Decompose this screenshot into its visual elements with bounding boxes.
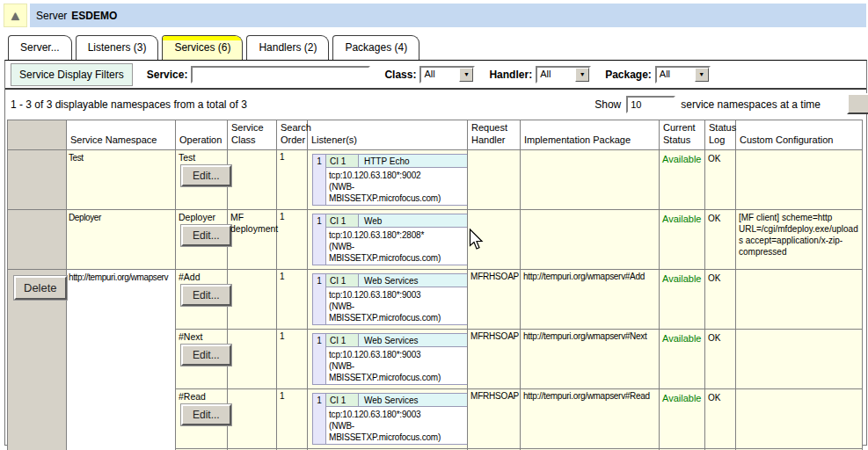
- tab-packages-label: Packages (4): [345, 41, 407, 54]
- status-badge: Available: [660, 149, 705, 209]
- cell-listeners: 1 CI 1 Web Services tcp:10.120.63.180*:9…: [308, 329, 468, 388]
- listener-number: 1: [313, 155, 326, 205]
- listener-class: CI 1: [326, 274, 359, 287]
- tab-handlers[interactable]: Handlers (2): [246, 35, 329, 60]
- tab-listeners[interactable]: Listeners (3): [76, 35, 159, 60]
- listener-box[interactable]: 1 CI 1 Web Services tcp:10.120.63.180*:9…: [312, 273, 468, 325]
- edit-button[interactable]: Edit...: [181, 285, 231, 306]
- cell-operation: #Next Edit...: [176, 329, 228, 388]
- colon: :: [529, 69, 532, 81]
- handler-filter-value: All: [537, 68, 575, 82]
- cell-request-handler: MFRHSOAP: [468, 329, 521, 388]
- server-name: ESDEMO: [71, 10, 117, 22]
- package-filter-select[interactable]: All ▼: [655, 66, 711, 83]
- header-custom-configuration: Custom Configuration: [736, 120, 863, 150]
- cell-status-log[interactable]: OK: [705, 329, 736, 388]
- show-count-input[interactable]: [626, 96, 675, 113]
- cell-custom-configuration: [736, 388, 863, 448]
- cell-status-log[interactable]: OK: [705, 269, 736, 329]
- cell-request-handler: MFRHSOAP: [468, 269, 521, 329]
- header-request-handler: Request Handler: [468, 120, 521, 150]
- listener-address: tcp:10.120.63.180*:9003: [329, 409, 464, 420]
- edit-button[interactable]: Edit...: [181, 165, 231, 186]
- edit-button[interactable]: Edit...: [181, 345, 231, 366]
- cell-implementation-package: http://tempuri.org/wmapserv#Read: [521, 388, 660, 448]
- service-filter-input[interactable]: [191, 66, 370, 83]
- cell-search-order: 1: [277, 329, 308, 388]
- tab-packages[interactable]: Packages (4): [332, 35, 419, 60]
- table-header-row: Service Namespace Operation Service Clas…: [8, 120, 863, 150]
- colon: :: [648, 69, 652, 81]
- listener-address: tcp:10.120.63.180*:9003: [329, 349, 464, 360]
- listener-number: 1: [313, 334, 326, 384]
- listener-class: CI 1: [326, 334, 359, 346]
- listener-box[interactable]: 1 CI 1 Web tcp:10.120.63.180*:2808* (NWB…: [312, 214, 468, 265]
- cell-custom-configuration: [MF client] scheme=http URL=/cgi/mfdeplo…: [736, 209, 863, 269]
- listener-number: 1: [313, 394, 326, 444]
- tab-services-label: Services (6): [174, 41, 230, 54]
- service-filter-label-text: Service: [147, 69, 185, 81]
- server-title: Server ESDEMO: [30, 4, 866, 27]
- listener-host: (NWB-MBISSETXP.microfocus.com): [329, 301, 464, 323]
- tab-handlers-label: Handlers (2): [259, 41, 317, 54]
- listener-class: CI 1: [326, 214, 359, 227]
- cell-implementation-package: http://tempuri.org/wmapserv#Add: [521, 269, 660, 329]
- tab-services[interactable]: Services (6): [162, 35, 243, 60]
- tab-server-label: Server...: [20, 41, 60, 54]
- header-status-log: Status Log: [705, 120, 736, 150]
- collapse-toggle[interactable]: ▲: [4, 4, 27, 27]
- next-page-button[interactable]: [847, 93, 868, 114]
- collapse-triangle-icon: ▲: [9, 9, 22, 22]
- edit-button[interactable]: Edit...: [181, 225, 231, 246]
- listener-box[interactable]: 1 CI 1 Web Services tcp:10.120.63.180*:9…: [312, 393, 468, 445]
- listener-address: tcp:10.120.63.180*:9003: [329, 289, 464, 301]
- operation-name: #Next: [179, 331, 224, 342]
- cell-operation: #Add Edit...: [176, 269, 228, 329]
- mouse-cursor-icon: [469, 229, 485, 251]
- status-badge: Available: [660, 388, 705, 448]
- cell-status-log[interactable]: OK: [705, 149, 736, 209]
- cell-status-log[interactable]: OK: [705, 209, 736, 269]
- cell-namespace: Deployer: [67, 209, 176, 269]
- cell-status-log[interactable]: OK: [705, 388, 736, 448]
- cell-search-order: 1: [277, 209, 308, 269]
- cell-custom-configuration: [736, 149, 863, 209]
- cell-namespace: http://tempuri.org/wmapserv: [67, 269, 176, 450]
- namespace-count-summary: 1 - 3 of 3 displayable namespaces from a…: [11, 98, 247, 111]
- show-count-controls: Show service namespaces at a time: [594, 96, 821, 113]
- cell-implementation-package: [521, 209, 660, 269]
- cell-service-class: MF deployment: [228, 209, 277, 269]
- show-suffix: service namespaces at a time: [681, 98, 821, 111]
- listener-address: tcp:10.120.63.180*:2808*: [329, 229, 464, 241]
- cell-operation: #Read Edit...: [176, 388, 228, 448]
- colon: :: [412, 69, 416, 81]
- table-row: Deployer Deployer Edit... MF deployment …: [8, 209, 863, 269]
- status-badge: Available: [660, 209, 705, 269]
- listener-box[interactable]: 1 CI 1 Web Services tcp:10.120.63.180*:9…: [312, 333, 468, 385]
- tab-server[interactable]: Server...: [8, 35, 72, 60]
- cell-search-order: 1: [277, 269, 308, 329]
- listener-host: (NWB-MBISSETXP.microfocus.com): [329, 420, 464, 443]
- cell-listeners: 1 CI 1 Web Services tcp:10.120.63.180*:9…: [308, 269, 468, 329]
- class-filter-label-text: Class: [384, 69, 412, 81]
- handler-filter-select[interactable]: All ▼: [536, 66, 591, 83]
- listener-name: Web Services: [359, 394, 467, 406]
- header-service-class: Service Class: [228, 120, 277, 150]
- delete-button[interactable]: Delete: [14, 276, 67, 300]
- status-badge: Available: [660, 269, 705, 329]
- listener-number: 1: [313, 274, 326, 324]
- chevron-down-icon: ▼: [575, 68, 589, 82]
- status-badge: Available: [660, 329, 705, 388]
- cell-search-order: 1: [277, 388, 308, 448]
- cell-operation: Test Edit...: [176, 149, 228, 209]
- chevron-down-icon: ▼: [459, 68, 473, 82]
- services-table-wrap: Service Namespace Operation Service Clas…: [5, 120, 866, 450]
- operation-name: #Read: [179, 391, 224, 402]
- edit-button[interactable]: Edit...: [181, 404, 231, 425]
- listener-box[interactable]: 1 CI 1 HTTP Echo tcp:10.120.63.180*:9002…: [312, 154, 468, 206]
- tab-bar: Server... Listeners (3) Services (6) Han…: [8, 35, 419, 60]
- service-filter-label: Service:: [147, 69, 188, 81]
- class-filter-value: All: [421, 68, 459, 82]
- cell-operation: Deployer Edit...: [176, 209, 228, 269]
- class-filter-select[interactable]: All ▼: [419, 66, 475, 83]
